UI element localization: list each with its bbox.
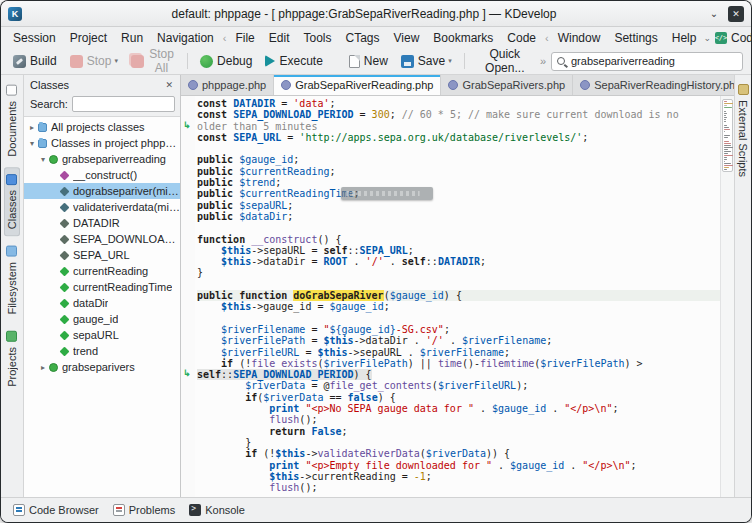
tree-item[interactable]: currentReading: [24, 263, 180, 279]
code-line[interactable]: const SEPA_DOWNLOAD_PERIOD = 300; // 60 …: [197, 109, 720, 120]
code-line[interactable]: public $gauge_id;: [197, 154, 720, 165]
code-line[interactable]: public $dataDir;: [197, 211, 720, 222]
code-line[interactable]: function __construct() {: [197, 234, 720, 245]
editor-tab[interactable]: GrabSepaRivers.php: [441, 75, 573, 95]
menu-window[interactable]: Window: [551, 30, 608, 46]
editor-tab[interactable]: SepaRiverReadingHistory.php: [573, 75, 749, 95]
toolview-button-konsole[interactable]: Konsole: [183, 501, 251, 519]
tree-item[interactable]: ▸All projects classes: [24, 119, 180, 135]
code-line[interactable]: if (!$this->validateRiverData($riverData…: [197, 448, 720, 459]
build-button[interactable]: Build: [7, 51, 63, 71]
expander-icon[interactable]: ▾: [27, 139, 37, 148]
code-line[interactable]: if (!file_exists($riverFilePath) || time…: [197, 358, 720, 369]
chevron-down-icon: ⌄: [703, 33, 711, 43]
menu-project[interactable]: Project: [63, 30, 114, 46]
ctor-icon: [60, 170, 70, 180]
menu-view[interactable]: View: [387, 30, 427, 46]
code-area[interactable]: const DATADIR = 'data';const SEPA_DOWNLO…: [195, 96, 720, 497]
code-line[interactable]: $this->dataDir = ROOT . '/' . self::DATA…: [197, 256, 720, 267]
code-line[interactable]: const SEPA_URL = 'http://apps.sepa.org.u…: [197, 132, 720, 143]
expander-icon[interactable]: ▾: [38, 155, 48, 164]
dock-tab-external-scripts[interactable]: External Scripts: [736, 78, 750, 183]
code-line[interactable]: flush();: [197, 482, 720, 493]
tree-item[interactable]: ▾grabsepariverreading: [24, 151, 180, 167]
code-line[interactable]: public function doGrabSepaRiver($gauge_i…: [197, 290, 720, 301]
expander-icon[interactable]: ▸: [38, 363, 48, 372]
tree-item[interactable]: dataDir: [24, 295, 180, 311]
code-line[interactable]: $riverFilename = "${gauge_id}-SG.csv";: [197, 324, 720, 335]
execute-button[interactable]: Execute: [259, 51, 328, 71]
classes-filter-input[interactable]: [72, 96, 175, 112]
code-line[interactable]: [197, 143, 720, 154]
save-button[interactable]: Save ▾: [395, 51, 458, 71]
stop-all-button[interactable]: Stop All: [125, 44, 181, 78]
menu-ctags[interactable]: CTags: [339, 30, 387, 46]
editor-tab[interactable]: GrabSepaRiverReading.php: [274, 75, 441, 95]
editor-icon-border[interactable]: ↳↳: [181, 96, 195, 497]
dock-tab-classes[interactable]: Classes: [4, 167, 20, 236]
close-button[interactable]: ✕: [728, 6, 744, 22]
code-line[interactable]: public $currentReadingTime;: [197, 188, 720, 199]
code-line[interactable]: $riverFilePath = $this->dataDir . '/' . …: [197, 335, 720, 346]
code-line[interactable]: flush();: [197, 414, 720, 425]
code-line[interactable]: public $currentReading;: [197, 166, 720, 177]
code-line[interactable]: [197, 313, 720, 324]
code-line[interactable]: self::SEPA_DOWNLOAD_PERIOD) {: [197, 369, 720, 380]
menu-file[interactable]: File: [228, 30, 261, 46]
code-line[interactable]: older than 5 minutes: [197, 121, 720, 132]
code-line[interactable]: }: [197, 267, 720, 278]
code-line[interactable]: [197, 279, 720, 290]
tree-item[interactable]: SEPA_URL: [24, 247, 180, 263]
menu-help[interactable]: Help: [665, 30, 704, 46]
new-button[interactable]: New: [343, 51, 394, 71]
search-input[interactable]: [569, 54, 737, 68]
code-line[interactable]: return False;: [197, 426, 720, 437]
code-line[interactable]: $this->sepaURL = self::SEPA_URL;: [197, 245, 720, 256]
tree-item[interactable]: ▸grabseparivers: [24, 359, 180, 375]
menu-session[interactable]: Session: [6, 30, 63, 46]
code-line[interactable]: public $sepaURL;: [197, 200, 720, 211]
code-line[interactable]: $this->gauge_id = $gauge_id;: [197, 301, 720, 312]
code-line[interactable]: const DATADIR = 'data';: [197, 98, 720, 109]
code-line[interactable]: [197, 222, 720, 233]
debug-button[interactable]: Debug: [194, 51, 258, 71]
tree-item[interactable]: ▾Classes in project phppage: [24, 135, 180, 151]
dock-tab-documents[interactable]: Documents: [4, 78, 20, 164]
tree-item[interactable]: sepaURL: [24, 327, 180, 343]
code-line[interactable]: print "<p>Empty file downloaded for " . …: [197, 460, 720, 471]
tree-item[interactable]: SEPA_DOWNLOAD_PERIOD: [24, 231, 180, 247]
tree-item[interactable]: currentReadingTime: [24, 279, 180, 295]
code-line[interactable]: print "<p>No SEPA gauge data for " . $ga…: [197, 403, 720, 414]
code-line[interactable]: }: [197, 437, 720, 448]
tree-item[interactable]: validateriverdata(mixed): [24, 199, 180, 215]
dock-tab-filesystem[interactable]: Filesystem: [4, 239, 20, 322]
tree-item[interactable]: gauge_id: [24, 311, 180, 327]
code-line[interactable]: if($riverData == false) {: [197, 392, 720, 403]
menu-settings[interactable]: Settings: [607, 30, 664, 46]
titlebar[interactable]: K default: phppage - [ phppage:GrabSepaR…: [1, 1, 751, 27]
tree-item[interactable]: trend: [24, 343, 180, 359]
expander-icon[interactable]: ▸: [27, 123, 37, 132]
minimap-scrollbar[interactable]: [720, 96, 734, 497]
dock-tab-projects[interactable]: Projects: [4, 324, 20, 394]
toolbar-overflow-icon[interactable]: »: [540, 55, 546, 67]
stop-button[interactable]: Stop ▾: [64, 51, 124, 71]
menu-tools[interactable]: Tools: [296, 30, 338, 46]
tree-item[interactable]: __construct(): [24, 167, 180, 183]
quick-open-button[interactable]: Quick Open...: [471, 44, 539, 78]
editor-tab[interactable]: phppage.php: [181, 75, 274, 95]
tree-item[interactable]: DATADIR: [24, 215, 180, 231]
close-icon[interactable]: ✕: [163, 79, 175, 91]
minimize-button[interactable]: ⌄: [706, 6, 722, 22]
code-line[interactable]: $riverData = @file_get_contents($riverFi…: [197, 380, 720, 391]
toolview-button-problems[interactable]: Problems: [107, 501, 181, 519]
code-menu[interactable]: ⌄Code: [703, 31, 751, 45]
code-line[interactable]: $riverFileURL = $this->sepaURL . $riverF…: [197, 347, 720, 358]
menu-edit[interactable]: Edit: [262, 30, 297, 46]
code-line[interactable]: public $trend;: [197, 177, 720, 188]
minimap-line: [724, 119, 726, 120]
code-line[interactable]: $this->currentReading = -1;: [197, 471, 720, 482]
minimap-line: [724, 163, 731, 164]
toolview-button-code-browser[interactable]: Code Browser: [7, 501, 105, 519]
tree-item[interactable]: dograbsepariver(mixed): [24, 183, 180, 199]
